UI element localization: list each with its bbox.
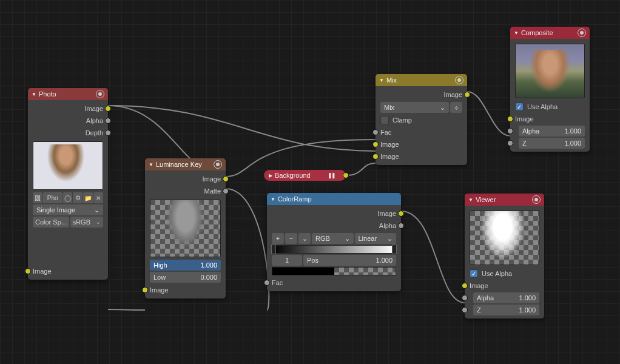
high-field[interactable]: High1.000	[150, 260, 221, 271]
collapse-icon[interactable]: ▼	[468, 197, 473, 203]
chevron-down-icon: ⌄	[345, 235, 350, 243]
node-title: Mix	[386, 76, 397, 84]
expand-icon[interactable]: ▶	[269, 173, 272, 178]
output-image: Image	[28, 103, 108, 115]
node-header[interactable]: ▼ Luminance Key	[145, 158, 226, 170]
chevron-down-icon: ⌄	[387, 235, 393, 243]
output-alpha: Alpha	[267, 220, 401, 232]
input-image: Image	[145, 284, 226, 296]
use-alpha-checkbox[interactable]: Use Alpha	[465, 268, 544, 280]
input-image1: Image	[376, 138, 467, 150]
collapse-icon[interactable]: ▼	[149, 162, 153, 167]
viewer-preview	[470, 211, 539, 265]
collapse-icon[interactable]: ▼	[32, 92, 36, 97]
checkbox-icon	[515, 103, 524, 111]
node-header[interactable]: ▼ Viewer	[465, 194, 544, 206]
checkbox-icon	[380, 116, 389, 124]
preview-icon[interactable]	[578, 29, 586, 37]
node-viewer[interactable]: ▼ Viewer Use Alpha Image Alpha1.000 Z1.0…	[465, 194, 544, 318]
output-socket	[343, 172, 349, 178]
input-image: Image	[465, 280, 544, 292]
preview-icon[interactable]	[214, 160, 222, 169]
stop-index[interactable]: 1	[272, 255, 302, 266]
input-alpha[interactable]: Alpha1.000	[465, 292, 544, 304]
input-z[interactable]: Z1.000	[465, 304, 544, 316]
node-background[interactable]: ▶ Background ❚❚	[264, 170, 346, 181]
ramp-handle-left[interactable]	[271, 244, 276, 254]
preview-icon[interactable]	[455, 76, 463, 84]
node-composite[interactable]: ▼ Composite Use Alpha Image Alpha1.000 Z…	[510, 27, 590, 152]
chevron-down-icon: ⌄	[94, 206, 99, 214]
close-icon[interactable]: ✕	[93, 192, 103, 203]
input-image: Image	[510, 113, 590, 125]
collapse-icon[interactable]: ▼	[379, 78, 384, 83]
colorspace-dropdown[interactable]: sRGB⌄	[70, 217, 103, 228]
preview-icon[interactable]	[532, 195, 541, 204]
colorspace-label: Color Sp...	[33, 217, 69, 228]
output-image: Image	[145, 173, 226, 185]
input-image: Image	[28, 265, 108, 277]
output-alpha: Alpha	[28, 115, 108, 127]
menu-button[interactable]: ⌄	[298, 233, 311, 244]
interpolation-dropdown[interactable]: Linear⌄	[355, 233, 397, 244]
input-alpha[interactable]: Alpha1.000	[510, 125, 590, 137]
ramp-handle-right[interactable]	[392, 244, 397, 254]
open-icon[interactable]: 📁	[83, 192, 93, 203]
node-title: Composite	[521, 29, 553, 36]
output-image: Image	[376, 89, 467, 101]
output-image: Image	[267, 207, 401, 220]
node-title: ColorRamp	[278, 195, 312, 203]
node-colorramp[interactable]: ▼ ColorRamp Image Alpha + − ⌄ RGB⌄ Linea…	[267, 193, 401, 291]
output-matte: Matte	[145, 185, 226, 197]
image-preview	[33, 141, 103, 190]
collapse-icon[interactable]: ▼	[271, 197, 275, 202]
browse-icon[interactable]: 🖼	[33, 192, 42, 203]
node-mix[interactable]: ▼ Mix Image Mix⌄ ⟐ Clamp Fac Image Image	[376, 74, 467, 165]
input-fac: Fac	[267, 277, 401, 289]
clamp-checkbox[interactable]: Clamp	[376, 114, 467, 126]
composite-preview	[515, 44, 585, 98]
node-header[interactable]: ▼ Composite	[510, 27, 590, 39]
input-fac: Fac	[376, 126, 467, 138]
use-alpha-checkbox[interactable]: Use Alpha	[510, 101, 590, 113]
input-image2: Image	[376, 150, 467, 163]
input-z[interactable]: Z1.000	[510, 137, 590, 149]
node-header[interactable]: ▼ Mix	[376, 74, 467, 86]
node-title: Viewer	[476, 196, 496, 203]
color-swatch[interactable]	[272, 267, 396, 275]
matte-preview	[150, 200, 221, 257]
low-field[interactable]: Low0.000	[150, 272, 221, 283]
node-title: Luminance Key	[156, 161, 202, 168]
node-header[interactable]: ▼ ColorRamp	[267, 193, 401, 205]
add-stop-button[interactable]: +	[272, 233, 284, 244]
node-title: Background	[275, 172, 311, 179]
pause-icon: ❚❚	[315, 172, 335, 178]
image-name[interactable]: Pho	[43, 192, 62, 203]
position-field[interactable]: Pos1.000	[303, 255, 396, 266]
node-luminance-key[interactable]: ▼ Luminance Key Image Matte High1.000 Lo…	[145, 158, 226, 298]
image-toolbar[interactable]: 🖼 Pho ◯ ⧉ 📁 ✕	[33, 192, 103, 203]
checkbox-icon	[470, 269, 478, 278]
node-header[interactable]: ▼ Photo	[28, 88, 108, 100]
blend-dropdown[interactable]: Mix⌄	[380, 102, 449, 113]
node-title: Photo	[39, 90, 56, 98]
preview-icon[interactable]	[96, 90, 104, 98]
ramp-gradient[interactable]	[272, 245, 396, 254]
chevron-down-icon: ⌄	[440, 104, 445, 112]
duplicate-icon[interactable]: ⧉	[73, 192, 83, 203]
source-dropdown[interactable]: Single Image⌄	[33, 204, 103, 215]
collapse-icon[interactable]: ▼	[514, 30, 519, 36]
chevron-down-icon: ⌄	[96, 219, 101, 225]
color-mode-dropdown[interactable]: RGB⌄	[312, 233, 354, 244]
user-icon[interactable]: ◯	[63, 192, 73, 203]
swap-button[interactable]: ⟐	[450, 102, 462, 113]
remove-stop-button[interactable]: −	[285, 233, 297, 244]
output-depth: Depth	[28, 127, 108, 139]
node-photo[interactable]: ▼ Photo Image Alpha Depth 🖼 Pho ◯ ⧉ 📁 ✕ …	[28, 88, 108, 280]
